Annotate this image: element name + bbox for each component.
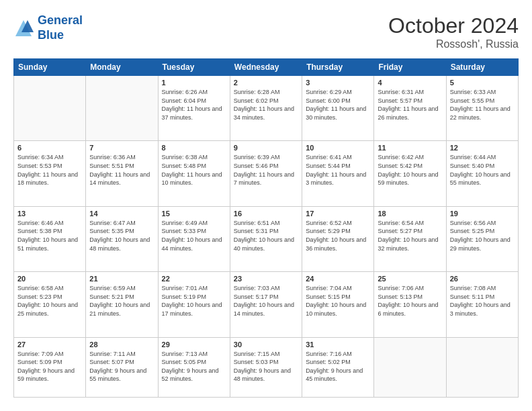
day-number: 6 <box>17 144 82 152</box>
calendar-cell <box>446 337 518 397</box>
calendar-cell: 13Sunrise: 6:46 AM Sunset: 5:38 PM Dayli… <box>14 206 86 271</box>
day-number: 10 <box>306 144 370 152</box>
calendar-cell <box>14 76 86 141</box>
cell-info: Sunrise: 6:41 AM Sunset: 5:44 PM Dayligh… <box>306 153 370 187</box>
day-number: 27 <box>17 340 82 349</box>
calendar-cell: 5Sunrise: 6:33 AM Sunset: 5:55 PM Daylig… <box>446 76 518 141</box>
day-number: 23 <box>234 275 298 283</box>
cell-info: Sunrise: 6:31 AM Sunset: 5:57 PM Dayligh… <box>378 88 442 122</box>
cell-info: Sunrise: 6:36 AM Sunset: 5:51 PM Dayligh… <box>89 153 154 187</box>
calendar-cell: 27Sunrise: 7:09 AM Sunset: 5:09 PM Dayli… <box>14 337 86 397</box>
calendar-cell: 30Sunrise: 7:15 AM Sunset: 5:03 PM Dayli… <box>230 337 302 397</box>
calendar-cell: 1Sunrise: 6:26 AM Sunset: 6:04 PM Daylig… <box>158 76 230 141</box>
cell-info: Sunrise: 6:29 AM Sunset: 6:00 PM Dayligh… <box>306 88 370 122</box>
day-number: 29 <box>162 340 226 349</box>
calendar-cell: 18Sunrise: 6:54 AM Sunset: 5:27 PM Dayli… <box>374 206 446 271</box>
title-block: October 2024 Rossosh', Russia <box>388 13 519 50</box>
day-number: 13 <box>17 210 82 218</box>
calendar-cell: 25Sunrise: 7:06 AM Sunset: 5:13 PM Dayli… <box>374 272 446 337</box>
calendar-table: SundayMondayTuesdayWednesdayThursdayFrid… <box>13 58 519 398</box>
location-title: Rossosh', Russia <box>388 38 519 50</box>
day-number: 30 <box>234 340 298 349</box>
cell-info: Sunrise: 6:54 AM Sunset: 5:27 PM Dayligh… <box>378 219 442 253</box>
cell-info: Sunrise: 7:11 AM Sunset: 5:07 PM Dayligh… <box>89 350 154 383</box>
cell-info: Sunrise: 7:06 AM Sunset: 5:13 PM Dayligh… <box>378 284 442 318</box>
calendar-cell <box>374 337 446 397</box>
cell-info: Sunrise: 6:59 AM Sunset: 5:21 PM Dayligh… <box>89 284 154 318</box>
cell-info: Sunrise: 6:56 AM Sunset: 5:25 PM Dayligh… <box>450 219 515 253</box>
day-number: 22 <box>162 275 226 283</box>
cell-info: Sunrise: 6:38 AM Sunset: 5:48 PM Dayligh… <box>162 153 226 187</box>
day-number: 28 <box>89 340 154 349</box>
day-number: 4 <box>378 79 442 87</box>
cell-info: Sunrise: 7:01 AM Sunset: 5:19 PM Dayligh… <box>162 284 226 318</box>
day-number: 16 <box>234 210 298 218</box>
calendar-cell: 8Sunrise: 6:38 AM Sunset: 5:48 PM Daylig… <box>158 141 230 206</box>
day-number: 19 <box>450 210 515 218</box>
logo-general: General <box>38 13 83 27</box>
calendar-cell: 4Sunrise: 6:31 AM Sunset: 5:57 PM Daylig… <box>374 76 446 141</box>
day-number: 7 <box>89 144 154 152</box>
cell-info: Sunrise: 6:51 AM Sunset: 5:31 PM Dayligh… <box>234 219 298 253</box>
day-number: 14 <box>89 210 154 218</box>
cell-info: Sunrise: 6:39 AM Sunset: 5:46 PM Dayligh… <box>234 153 298 187</box>
day-number: 24 <box>306 275 370 283</box>
day-number: 12 <box>450 144 515 152</box>
day-header: Wednesday <box>230 59 302 76</box>
calendar-cell: 21Sunrise: 6:59 AM Sunset: 5:21 PM Dayli… <box>86 272 158 337</box>
cell-info: Sunrise: 7:15 AM Sunset: 5:03 PM Dayligh… <box>234 350 298 383</box>
cell-info: Sunrise: 6:26 AM Sunset: 6:04 PM Dayligh… <box>162 88 226 122</box>
calendar-cell: 19Sunrise: 6:56 AM Sunset: 5:25 PM Dayli… <box>446 206 518 271</box>
day-header: Thursday <box>302 59 374 76</box>
cell-info: Sunrise: 6:42 AM Sunset: 5:42 PM Dayligh… <box>378 153 442 187</box>
cell-info: Sunrise: 7:08 AM Sunset: 5:11 PM Dayligh… <box>450 284 515 318</box>
cell-info: Sunrise: 7:04 AM Sunset: 5:15 PM Dayligh… <box>306 284 370 318</box>
calendar-cell: 28Sunrise: 7:11 AM Sunset: 5:07 PM Dayli… <box>86 337 158 397</box>
day-number: 5 <box>450 79 515 87</box>
day-number: 1 <box>162 79 226 87</box>
calendar-cell: 15Sunrise: 6:49 AM Sunset: 5:33 PM Dayli… <box>158 206 230 271</box>
calendar-cell: 26Sunrise: 7:08 AM Sunset: 5:11 PM Dayli… <box>446 272 518 337</box>
day-header: Tuesday <box>158 59 230 76</box>
day-number: 31 <box>306 340 370 349</box>
logo-blue: Blue <box>38 28 64 42</box>
calendar-cell: 17Sunrise: 6:52 AM Sunset: 5:29 PM Dayli… <box>302 206 374 271</box>
calendar-cell <box>86 76 158 141</box>
day-number: 18 <box>378 210 442 218</box>
calendar-cell: 23Sunrise: 7:03 AM Sunset: 5:17 PM Dayli… <box>230 272 302 337</box>
cell-info: Sunrise: 7:03 AM Sunset: 5:17 PM Dayligh… <box>234 284 298 318</box>
day-number: 17 <box>306 210 370 218</box>
calendar-cell: 20Sunrise: 6:58 AM Sunset: 5:23 PM Dayli… <box>14 272 86 337</box>
logo: General Blue <box>13 13 83 42</box>
calendar-cell: 31Sunrise: 7:16 AM Sunset: 5:02 PM Dayli… <box>302 337 374 397</box>
page-header: General Blue October 2024 Rossosh', Russ… <box>13 13 519 50</box>
cell-info: Sunrise: 6:47 AM Sunset: 5:35 PM Dayligh… <box>89 219 154 253</box>
calendar-cell: 22Sunrise: 7:01 AM Sunset: 5:19 PM Dayli… <box>158 272 230 337</box>
month-title: October 2024 <box>388 13 519 38</box>
day-number: 26 <box>450 275 515 283</box>
day-number: 2 <box>234 79 298 87</box>
logo-icon <box>13 18 34 38</box>
cell-info: Sunrise: 7:13 AM Sunset: 5:05 PM Dayligh… <box>162 350 226 383</box>
cell-info: Sunrise: 6:52 AM Sunset: 5:29 PM Dayligh… <box>306 219 370 253</box>
calendar-cell: 2Sunrise: 6:28 AM Sunset: 6:02 PM Daylig… <box>230 76 302 141</box>
calendar-cell: 11Sunrise: 6:42 AM Sunset: 5:42 PM Dayli… <box>374 141 446 206</box>
cell-info: Sunrise: 7:16 AM Sunset: 5:02 PM Dayligh… <box>306 350 370 383</box>
calendar-cell: 29Sunrise: 7:13 AM Sunset: 5:05 PM Dayli… <box>158 337 230 397</box>
day-number: 8 <box>162 144 226 152</box>
calendar-cell: 12Sunrise: 6:44 AM Sunset: 5:40 PM Dayli… <box>446 141 518 206</box>
day-number: 15 <box>162 210 226 218</box>
cell-info: Sunrise: 6:46 AM Sunset: 5:38 PM Dayligh… <box>17 219 82 253</box>
day-number: 21 <box>89 275 154 283</box>
day-number: 3 <box>306 79 370 87</box>
calendar-cell: 9Sunrise: 6:39 AM Sunset: 5:46 PM Daylig… <box>230 141 302 206</box>
day-header: Friday <box>374 59 446 76</box>
day-header: Sunday <box>14 59 86 76</box>
cell-info: Sunrise: 6:33 AM Sunset: 5:55 PM Dayligh… <box>450 88 515 122</box>
day-number: 9 <box>234 144 298 152</box>
calendar-cell: 14Sunrise: 6:47 AM Sunset: 5:35 PM Dayli… <box>86 206 158 271</box>
day-header: Monday <box>86 59 158 76</box>
day-number: 20 <box>17 275 82 283</box>
calendar-cell: 3Sunrise: 6:29 AM Sunset: 6:00 PM Daylig… <box>302 76 374 141</box>
calendar-cell: 6Sunrise: 6:34 AM Sunset: 5:53 PM Daylig… <box>14 141 86 206</box>
